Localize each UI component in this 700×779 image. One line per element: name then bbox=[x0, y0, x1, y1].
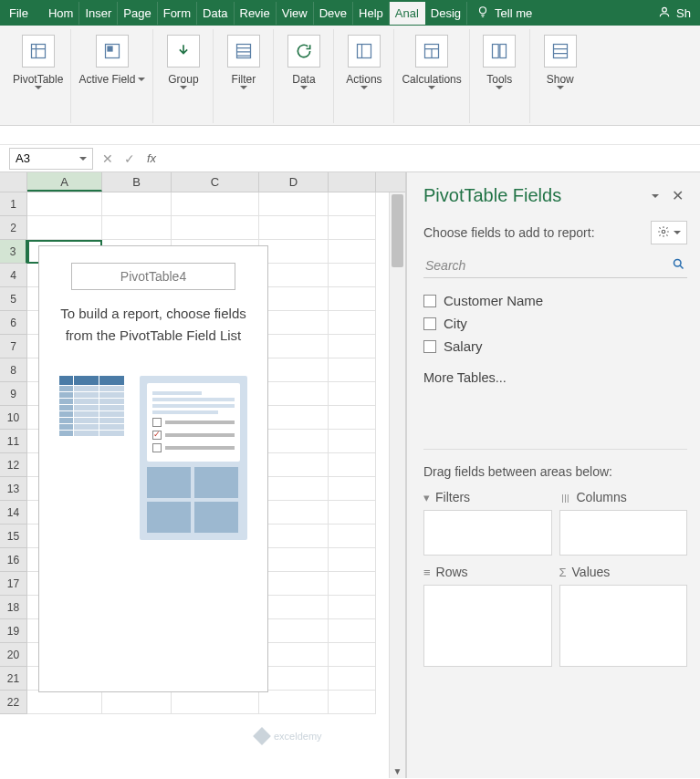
cell[interactable] bbox=[259, 335, 329, 358]
cell[interactable] bbox=[259, 216, 329, 240]
ribbon-group-tools[interactable]: Tools bbox=[470, 29, 530, 123]
menu-file[interactable]: File bbox=[4, 2, 43, 25]
area-columns[interactable]: ⫼Columns bbox=[559, 488, 688, 556]
cell[interactable] bbox=[329, 358, 376, 382]
cell[interactable] bbox=[259, 667, 329, 691]
row-header[interactable]: 13 bbox=[0, 477, 27, 501]
column-header-d[interactable]: D bbox=[259, 172, 329, 192]
close-pane-button[interactable]: ✕ bbox=[668, 187, 687, 204]
checkbox[interactable] bbox=[423, 340, 436, 353]
cell[interactable] bbox=[329, 667, 376, 691]
cell[interactable] bbox=[329, 192, 376, 216]
row-header[interactable]: 18 bbox=[0, 596, 27, 619]
cell[interactable] bbox=[172, 691, 259, 714]
row-header[interactable]: 1 bbox=[0, 192, 27, 216]
menu-view[interactable]: View bbox=[277, 2, 314, 25]
menu-data[interactable]: Data bbox=[197, 2, 234, 25]
area-rows[interactable]: ≡Rows bbox=[423, 563, 552, 667]
menu-review[interactable]: Revie bbox=[235, 2, 277, 25]
share-button[interactable]: Sh bbox=[653, 5, 696, 21]
ribbon-group-filter[interactable]: Filter bbox=[214, 29, 274, 123]
area-rows-dropzone[interactable] bbox=[423, 585, 552, 667]
cell[interactable] bbox=[329, 240, 376, 264]
cell[interactable] bbox=[259, 453, 329, 477]
row-header[interactable]: 11 bbox=[0, 430, 27, 453]
cell[interactable] bbox=[329, 264, 376, 287]
scrollbar-thumb[interactable] bbox=[392, 194, 403, 267]
enter-formula-button[interactable]: ✓ bbox=[119, 148, 141, 170]
cell[interactable] bbox=[27, 216, 102, 240]
insert-function-button[interactable]: fx bbox=[141, 148, 162, 170]
area-filters[interactable]: ▾Filters bbox=[423, 488, 552, 556]
cell[interactable] bbox=[259, 264, 329, 287]
area-values[interactable]: ΣValues bbox=[559, 563, 688, 667]
scroll-down-icon[interactable]: ▼ bbox=[390, 763, 405, 778]
cell[interactable] bbox=[259, 287, 329, 311]
cell[interactable] bbox=[329, 406, 376, 430]
cell[interactable] bbox=[259, 596, 329, 619]
row-header[interactable]: 20 bbox=[0, 643, 27, 667]
row-header[interactable]: 8 bbox=[0, 358, 27, 382]
cell[interactable] bbox=[259, 477, 329, 501]
select-all-corner[interactable] bbox=[0, 172, 27, 192]
cell[interactable] bbox=[329, 596, 376, 619]
pane-tools-button[interactable] bbox=[651, 221, 687, 244]
field-search[interactable] bbox=[423, 254, 687, 278]
row-header[interactable]: 9 bbox=[0, 382, 27, 406]
cell[interactable] bbox=[259, 619, 329, 643]
pane-dropdown-icon[interactable] bbox=[652, 194, 659, 198]
row-header[interactable]: 19 bbox=[0, 619, 27, 643]
cell[interactable] bbox=[329, 382, 376, 406]
cell[interactable] bbox=[259, 311, 329, 335]
ribbon-group-pivottable[interactable]: PivotTable bbox=[5, 29, 71, 123]
column-header-blank[interactable] bbox=[329, 172, 376, 192]
row-header[interactable]: 17 bbox=[0, 572, 27, 596]
ribbon-group-data[interactable]: Data bbox=[274, 29, 334, 123]
field-search-input[interactable] bbox=[425, 258, 672, 273]
more-tables-link[interactable]: More Tables... bbox=[423, 370, 687, 385]
cell[interactable] bbox=[329, 453, 376, 477]
menu-design[interactable]: Desig bbox=[425, 2, 467, 25]
cancel-formula-button[interactable]: ✕ bbox=[97, 148, 119, 170]
column-header-b[interactable]: B bbox=[102, 172, 172, 192]
row-header[interactable]: 4 bbox=[0, 264, 27, 287]
cell[interactable] bbox=[259, 572, 329, 596]
cell[interactable] bbox=[259, 643, 329, 667]
tell-me[interactable]: Tell me bbox=[467, 5, 541, 21]
row-header[interactable]: 16 bbox=[0, 548, 27, 572]
cell[interactable] bbox=[329, 643, 376, 667]
row-header[interactable]: 5 bbox=[0, 287, 27, 311]
vertical-scrollbar[interactable]: ▲ ▼ bbox=[389, 192, 405, 778]
row-header[interactable]: 2 bbox=[0, 216, 27, 240]
cell[interactable] bbox=[27, 192, 102, 216]
row-header[interactable]: 21 bbox=[0, 667, 27, 691]
cell[interactable] bbox=[102, 691, 172, 714]
field-item-city[interactable]: City bbox=[423, 312, 687, 335]
cell[interactable] bbox=[259, 525, 329, 548]
cell[interactable] bbox=[259, 430, 329, 453]
formula-input[interactable] bbox=[162, 148, 700, 170]
row-header[interactable]: 6 bbox=[0, 311, 27, 335]
column-header-a[interactable]: A bbox=[27, 172, 102, 192]
menu-help[interactable]: Help bbox=[353, 2, 390, 25]
name-box[interactable]: A3 bbox=[9, 148, 93, 170]
cell[interactable] bbox=[329, 619, 376, 643]
checkbox[interactable] bbox=[423, 295, 436, 307]
ribbon-group-group[interactable]: Group bbox=[153, 29, 214, 123]
pivottable-placeholder[interactable]: PivotTable4 To build a report, choose fi… bbox=[38, 245, 268, 692]
ribbon-group-actions[interactable]: Actions bbox=[334, 29, 394, 123]
row-header[interactable]: 14 bbox=[0, 501, 27, 525]
area-filters-dropzone[interactable] bbox=[423, 510, 552, 556]
field-item-salary[interactable]: Salary bbox=[423, 335, 687, 358]
cell[interactable] bbox=[259, 240, 329, 264]
cell[interactable] bbox=[329, 525, 376, 548]
cell[interactable] bbox=[329, 216, 376, 240]
menu-home[interactable]: Hom bbox=[43, 2, 79, 25]
row-header[interactable]: 12 bbox=[0, 453, 27, 477]
area-columns-dropzone[interactable] bbox=[559, 510, 688, 556]
cell[interactable] bbox=[329, 430, 376, 453]
cell[interactable] bbox=[259, 358, 329, 382]
menu-formulas[interactable]: Form bbox=[158, 2, 197, 25]
ribbon-group-calculations[interactable]: Calculations bbox=[394, 29, 469, 123]
row-header[interactable]: 3 bbox=[0, 240, 27, 264]
